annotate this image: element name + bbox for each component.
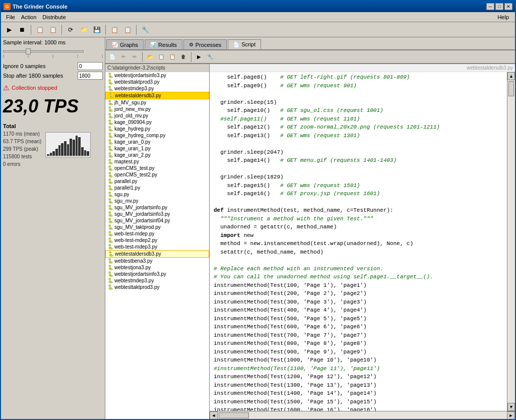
file-icon: 🐍: [107, 172, 113, 177]
sub-sep-1: [142, 52, 143, 62]
chart-bar: [64, 141, 67, 156]
file-tree-item[interactable]: 🐍openCMS_test2.py: [105, 171, 209, 178]
file-tree-item[interactable]: 🐍jord_new_mv.py: [105, 106, 209, 112]
file-tree-item[interactable]: 🐍kage_uran_2.py: [105, 152, 209, 158]
file-icon: 🐍: [107, 244, 113, 250]
file-name: jh_MV_sgu.py: [114, 100, 146, 105]
toolbar-btn-6[interactable]: 📁: [78, 24, 90, 36]
file-tree-item[interactable]: 🐍kage_090904.py: [105, 119, 209, 126]
fields-section: Ignore 0 samples Stop after 1800 samples: [3, 62, 103, 80]
sample-interval-slider[interactable]: [3, 50, 84, 52]
file-tree-item[interactable]: 🐍webtestbena3.py: [105, 258, 209, 264]
scroll-thumb[interactable]: [508, 81, 514, 96]
file-tree-item[interactable]: 🐍webtestaldersdb3.py: [105, 250, 209, 258]
file-tree-item[interactable]: 🐍sgu_MV_jordartsinfo.py: [105, 204, 209, 211]
menu-action[interactable]: Action: [18, 13, 40, 21]
menu-file[interactable]: File: [3, 13, 18, 21]
file-tree-item[interactable]: 🐍kage_uran_1.py: [105, 145, 209, 152]
file-tree-item[interactable]: 🐍sgu_MV_taktprod.py: [105, 224, 209, 230]
tab-script-label: Script: [241, 41, 255, 47]
menu-help[interactable]: Help: [493, 13, 513, 21]
file-icon: 🐍: [107, 139, 113, 145]
tab-processes[interactable]: ⚙ Processes: [183, 39, 227, 49]
ignore-input[interactable]: [78, 62, 103, 70]
file-icon: 🐍: [107, 106, 113, 112]
minimize-button[interactable]: ─: [486, 3, 494, 10]
scroll-right-arrow[interactable]: ►: [507, 411, 515, 419]
script-copy-btn[interactable]: 📋: [167, 52, 177, 62]
file-name: webtesttaktprod3.py: [114, 284, 160, 290]
file-tree-item[interactable]: 🐍openCMS_test.py: [105, 165, 209, 171]
code-line: self.page13() # GET wms (request 1301): [214, 132, 503, 140]
file-tree-item[interactable]: 🐍sgu.py: [105, 191, 209, 198]
code-line: self.page16() # GET proxy.jsp (request 1…: [214, 190, 503, 198]
file-name: openCMS_test2.py: [114, 172, 157, 177]
file-tree-item[interactable]: 🐍sgu_MV_jordartsinfo3.py: [105, 211, 209, 217]
file-icon: 🐍: [107, 278, 113, 283]
script-save-btn[interactable]: ✏: [130, 52, 140, 62]
toolbar-btn-5[interactable]: ⟳: [64, 24, 77, 36]
toolbar-btn-3[interactable]: 📋: [34, 24, 46, 36]
file-tree-item[interactable]: 🐍webtesttaktprod3.py: [105, 79, 209, 85]
tab-results[interactable]: 📊 Results: [145, 39, 182, 49]
file-icon: 🐍: [107, 100, 113, 105]
toolbar-btn-7[interactable]: 💾: [91, 24, 103, 36]
toolbar-btn-1[interactable]: ▶: [3, 24, 15, 36]
file-tree-item[interactable]: 🐍sgu_mv.py: [105, 198, 209, 204]
file-tree-item[interactable]: 🐍webtestjordartsinfo3.py: [105, 271, 209, 277]
file-tree-item[interactable]: 🐍sgu_MV_jordartsinf04.py: [105, 217, 209, 224]
file-icon: 🐍: [107, 224, 113, 230]
code-line: instrumentMethod(Test(100, 'Page 1'), 'p…: [214, 281, 503, 290]
script-edit-btn[interactable]: ✏: [118, 52, 128, 62]
toolbar-btn-8[interactable]: 📋: [108, 24, 120, 36]
tab-graphs[interactable]: 📈 Graphs: [106, 39, 144, 49]
code-line: [214, 198, 503, 207]
file-tree-item[interactable]: 🐍webtestmdep3.py: [105, 85, 209, 92]
file-tree-item[interactable]: 🐍webtestaldersdb3.py: [105, 92, 209, 99]
script-run-btn[interactable]: ▶: [194, 52, 204, 62]
file-tree-item[interactable]: 🐍parallel.py: [105, 178, 209, 185]
stop-input[interactable]: [78, 72, 103, 80]
file-tree-item[interactable]: 🐍kage_hydreg.py: [105, 126, 209, 132]
file-name: sgu_MV_taktprod.py: [114, 224, 161, 230]
code-line: grinder.sleep(1829): [214, 173, 503, 182]
toolbar-btn-4[interactable]: 📋: [47, 24, 59, 36]
file-tree-item[interactable]: 🐍webtesttaktprod3.py: [105, 284, 209, 290]
file-tree-item[interactable]: 🐍webtestjordartsinfo3.py: [105, 72, 209, 79]
code-editor[interactable]: self.page8() # GET left-right.gif (reque…: [210, 72, 507, 411]
scroll-track: [507, 80, 515, 403]
file-tree-item[interactable]: 🐍jord_old_mv.py: [105, 112, 209, 119]
file-tree-item[interactable]: 🐍jh_MV_sgu.py: [105, 99, 209, 106]
toolbar-btn-10[interactable]: 🔧: [139, 24, 151, 36]
toolbar-btn-9[interactable]: 📋: [121, 24, 134, 36]
file-tree-item[interactable]: 🐍webtestmdep3.py: [105, 277, 209, 284]
script-refresh-btn[interactable]: 📋: [156, 52, 166, 62]
close-button[interactable]: ✕: [504, 3, 512, 10]
script-open-btn[interactable]: 📂: [145, 52, 155, 62]
file-tree-item[interactable]: 🐍web-test-mdep3.py: [105, 244, 209, 250]
toolbar-btn-2[interactable]: ⏹: [16, 24, 28, 36]
maximize-button[interactable]: □: [495, 3, 503, 10]
scroll-up-arrow[interactable]: ▲: [507, 72, 515, 80]
file-tree-item[interactable]: 🐍kage_hydreg_comp.py: [105, 132, 209, 139]
tps-display: 23,0 TPS: [3, 96, 103, 117]
menu-distribute[interactable]: Distribute: [39, 13, 69, 21]
script-props-btn[interactable]: 🔧: [205, 52, 215, 62]
file-tree-item[interactable]: 🐍web-test-mdep.py: [105, 230, 209, 237]
vertical-scrollbar[interactable]: ▲ ▼: [507, 72, 515, 411]
file-name: sgu_MV_jordartsinfo.py: [114, 205, 167, 210]
script-new-btn[interactable]: 📄: [107, 52, 117, 62]
file-icon: 🐍: [107, 271, 113, 277]
file-tree-item[interactable]: 🐍webtestjona3.py: [105, 264, 209, 271]
scroll-down-arrow[interactable]: ▼: [507, 403, 515, 411]
scroll-left-arrow[interactable]: ◄: [210, 411, 218, 419]
horizontal-scrollbar[interactable]: ◄ ►: [210, 411, 515, 419]
window-controls: ─ □ ✕: [486, 3, 512, 10]
file-tree-item[interactable]: 🐍web-test-mdep2.py: [105, 237, 209, 244]
file-tree-item[interactable]: 🐍maptest.py: [105, 158, 209, 165]
scroll-thumb-h[interactable]: [219, 412, 249, 418]
file-tree-item[interactable]: 🐍parallel1.py: [105, 185, 209, 191]
file-tree-item[interactable]: 🐍kage_uran_0.py: [105, 139, 209, 145]
tab-script[interactable]: 📄 Script: [228, 39, 261, 49]
script-delete-btn[interactable]: 🗑: [178, 52, 188, 62]
